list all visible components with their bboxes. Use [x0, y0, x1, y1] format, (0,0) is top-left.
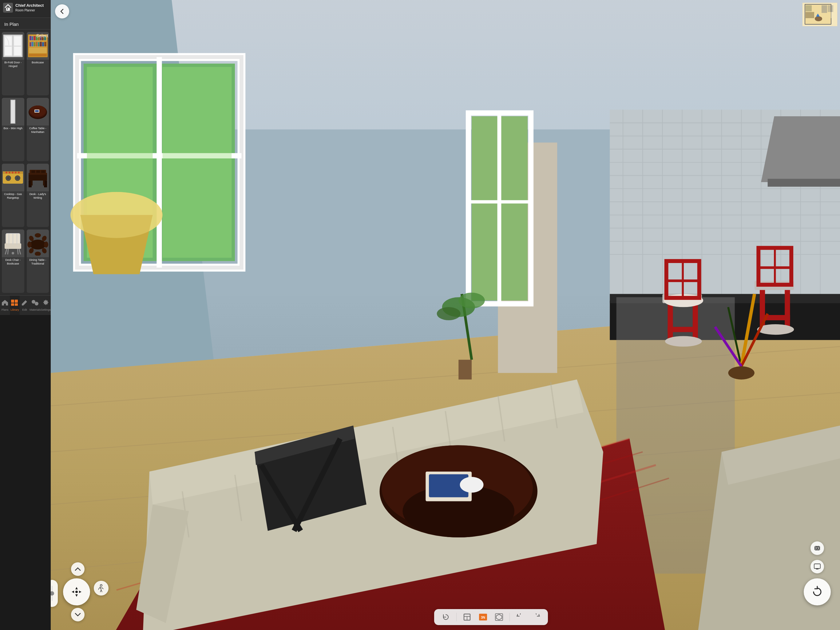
app-header: Chief Architect Room Planner [0, 0, 51, 15]
svg-point-71 [44, 242, 48, 248]
item-thumb-bifold [2, 32, 24, 60]
svg-rect-35 [35, 110, 39, 112]
svg-rect-24 [34, 42, 35, 46]
materials-icon [31, 299, 39, 307]
tab-materials[interactable]: Materials [30, 296, 41, 315]
tab-materials-label: Materials [30, 308, 41, 311]
app-name: Chief Architect [15, 3, 44, 8]
select-button[interactable]: Select [36, 33, 48, 38]
svg-point-44 [12, 172, 14, 174]
tab-library[interactable]: Library [10, 296, 20, 315]
left-panel: Chief Architect Room Planner ‹ In Plan I… [0, 0, 51, 315]
svg-rect-51 [31, 180, 33, 185]
item-box-96[interactable]: Box - 96in High [2, 98, 24, 161]
item-cooktop[interactable]: Cooktop - Gas Rangetop [2, 164, 24, 227]
item-thumb-dining [27, 230, 49, 257]
svg-rect-26 [38, 42, 39, 46]
item-label-bookcase: Bookcase [30, 60, 45, 66]
svg-rect-78 [11, 303, 14, 306]
plans-icon [1, 299, 9, 307]
library-icon [11, 299, 19, 307]
tab-plans-label: Plans [2, 308, 9, 311]
svg-line-61 [8, 249, 8, 255]
svg-rect-129 [163, 67, 232, 258]
edit-icon [21, 299, 28, 307]
svg-rect-6 [5, 46, 12, 56]
svg-point-39 [7, 177, 10, 180]
app-subtitle: Room Planner [15, 8, 44, 12]
svg-rect-55 [36, 171, 40, 173]
item-thumb-coffee [27, 98, 49, 125]
svg-rect-54 [32, 171, 35, 173]
svg-rect-56 [41, 171, 45, 173]
svg-point-67 [30, 240, 46, 250]
svg-point-80 [32, 300, 35, 304]
tab-edit[interactable]: Edit [20, 296, 30, 315]
item-label-coffee: Coffee Table - Manhattan [27, 125, 49, 136]
svg-point-68 [35, 233, 41, 237]
svg-point-45 [15, 172, 17, 174]
item-label-cooktop: Cooktop - Gas Rangetop [2, 192, 24, 201]
svg-rect-8 [14, 46, 21, 56]
svg-rect-23 [32, 42, 33, 46]
item-label-dining: Dining Table - Traditional [27, 257, 49, 268]
svg-point-69 [35, 252, 41, 256]
item-desk-lady[interactable]: Desk - Lady's Writing [27, 164, 49, 227]
tab-plans[interactable]: Plans [0, 296, 10, 315]
item-coffee-manhattan[interactable]: Coffee Table - Manhattan [27, 98, 49, 161]
svg-rect-30 [11, 100, 15, 123]
svg-rect-76 [11, 300, 14, 303]
svg-point-81 [35, 302, 38, 306]
svg-rect-29 [44, 42, 46, 46]
item-dining-table[interactable]: Dining Table - Traditional [27, 230, 49, 293]
svg-rect-12 [29, 47, 47, 53]
svg-rect-77 [15, 300, 18, 303]
svg-point-42 [6, 172, 7, 174]
item-label-box: Box - 96in High [2, 125, 24, 132]
svg-rect-79 [15, 303, 18, 306]
svg-rect-2 [7, 8, 8, 9]
item-thumb-desk [27, 164, 49, 192]
svg-rect-16 [33, 36, 36, 40]
svg-point-70 [27, 242, 32, 248]
svg-rect-7 [14, 36, 21, 46]
item-label-desk: Desk - Lady's Writing [27, 192, 49, 201]
tab-bar: Plans Library Edit [0, 295, 51, 315]
item-label-bifold: Bi-Fold Door - Hinged [2, 60, 24, 70]
svg-point-43 [9, 172, 11, 174]
svg-line-60 [19, 249, 21, 255]
svg-rect-15 [32, 36, 33, 40]
tab-library-label: Library [11, 308, 19, 311]
app-title-block: Chief Architect Room Planner [15, 3, 44, 12]
item-thumb-box [2, 98, 24, 125]
tab-settings-label: Settings [41, 308, 51, 311]
app-logo [3, 3, 13, 13]
item-label-desk-chair: Desk Chair - Bookcase [2, 257, 24, 268]
tab-settings[interactable]: Settings [41, 296, 51, 315]
3d-view[interactable]: 3N [51, 0, 420, 315]
back-button-3d[interactable] [55, 4, 69, 19]
svg-rect-28 [42, 42, 44, 46]
svg-line-62 [17, 249, 18, 255]
svg-line-59 [5, 249, 7, 255]
item-bifold-door[interactable]: Bi-Fold Door - Hinged [2, 32, 24, 95]
tab-edit-label: Edit [22, 308, 27, 311]
svg-rect-27 [39, 42, 42, 46]
svg-rect-14 [30, 36, 32, 40]
svg-rect-22 [30, 42, 31, 46]
item-thumb-cooktop [2, 164, 24, 192]
room-scene [51, 0, 420, 315]
svg-rect-52 [43, 180, 45, 185]
svg-point-63 [12, 252, 14, 255]
svg-rect-25 [36, 42, 38, 46]
item-desk-chair[interactable]: Desk Chair - Bookcase [2, 230, 24, 293]
settings-icon [42, 299, 50, 307]
section-label: In Plan Select [0, 18, 51, 30]
svg-rect-13 [29, 54, 47, 56]
items-grid: Bi-Fold Door - Hinged [0, 30, 51, 295]
svg-point-46 [18, 172, 20, 174]
item-bookcase[interactable]: Bookcase [27, 32, 49, 95]
svg-point-136 [70, 192, 163, 238]
item-thumb-desk-chair [2, 230, 24, 257]
svg-point-41 [16, 177, 19, 180]
